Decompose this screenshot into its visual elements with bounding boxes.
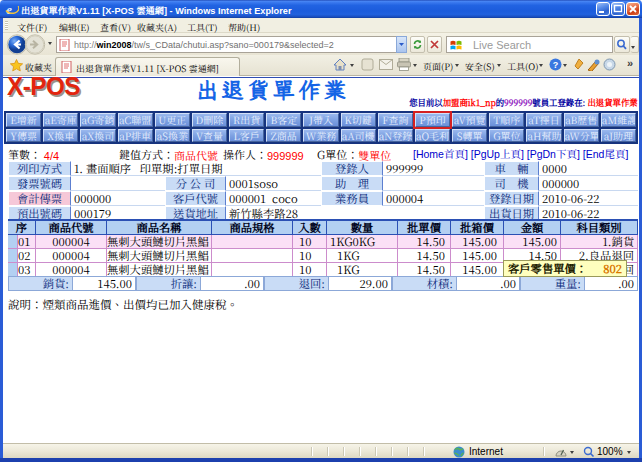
svg-text:?: ? xyxy=(553,60,559,70)
